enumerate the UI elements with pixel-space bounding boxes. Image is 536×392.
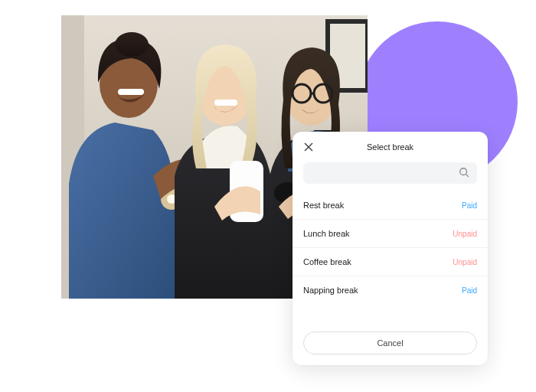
break-status: Paid [462, 201, 477, 210]
cancel-button[interactable]: Cancel [303, 332, 477, 354]
break-list: Rest break Paid Lunch break Unpaid Coffe… [293, 191, 488, 324]
panel-header: Select break [293, 132, 488, 162]
search-input[interactable] [303, 162, 477, 184]
break-name: Napping break [303, 286, 358, 295]
list-item[interactable]: Napping break Paid [293, 276, 488, 304]
break-status: Unpaid [453, 258, 477, 266]
list-item[interactable]: Rest break Paid [293, 191, 488, 220]
svg-line-21 [466, 175, 469, 178]
break-name: Coffee break [303, 257, 351, 266]
break-name: Lunch break [303, 229, 350, 238]
search-icon [459, 167, 471, 179]
list-item[interactable]: Coffee break Unpaid [293, 248, 488, 276]
svg-point-5 [115, 32, 149, 57]
panel-title: Select break [367, 142, 413, 152]
close-icon[interactable] [302, 140, 315, 154]
list-item[interactable]: Lunch break Unpaid [293, 220, 488, 248]
svg-rect-6 [118, 89, 144, 95]
break-status: Paid [462, 286, 477, 295]
svg-rect-10 [214, 100, 237, 106]
svg-point-20 [460, 168, 467, 175]
break-name: Rest break [303, 201, 344, 210]
select-break-panel: Select break Rest break Paid Lunch break… [293, 132, 488, 365]
break-status: Unpaid [453, 230, 477, 238]
search-box [303, 162, 477, 184]
